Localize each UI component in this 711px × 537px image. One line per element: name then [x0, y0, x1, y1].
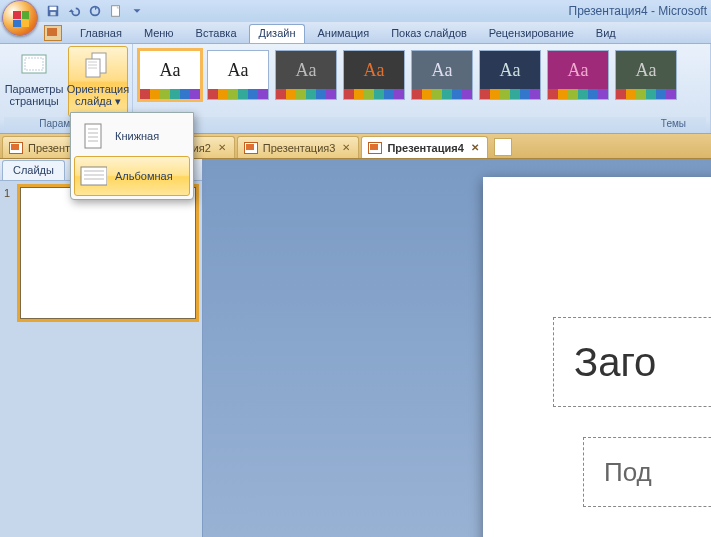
landscape-icon [79, 161, 107, 191]
qat-more-icon[interactable] [128, 2, 146, 20]
theme-thumbnail[interactable]: Aa [343, 50, 405, 100]
window-title: Презентация4 - Microsoft [569, 4, 708, 18]
office-button[interactable] [2, 0, 38, 36]
chevron-down-icon: ▾ [112, 95, 121, 107]
group-themes-label: Темы [137, 117, 706, 133]
undo-icon[interactable] [65, 2, 83, 20]
slides-panel: Слайды 1 [0, 159, 203, 537]
doc-tab[interactable]: Презентация3✕ [237, 136, 360, 158]
theme-thumbnail[interactable]: Aa [207, 50, 269, 100]
svg-rect-12 [85, 124, 101, 148]
doc-tab-active[interactable]: Презентация4✕ [361, 136, 487, 158]
page-setup-button[interactable]: Параметры страницы [4, 46, 64, 117]
ribbon-group-themes: AaAaAaAaAaAaAaAa Темы [133, 44, 711, 133]
title-placeholder[interactable]: Заго [553, 317, 711, 407]
orientation-landscape[interactable]: Альбомная [74, 156, 190, 196]
orientation-portrait[interactable]: Книжная [74, 116, 190, 156]
slide-number: 1 [4, 187, 16, 319]
theme-thumbnail[interactable]: Aa [479, 50, 541, 100]
slides-tab[interactable]: Слайды [2, 160, 65, 180]
tab-review[interactable]: Рецензирование [479, 24, 584, 42]
tab-slideshow[interactable]: Показ слайдов [381, 24, 477, 42]
orientation-dropdown: Книжная Альбомная [70, 112, 194, 200]
orientation-icon [82, 49, 114, 81]
tab-design[interactable]: Дизайн [249, 24, 306, 43]
tab-insert[interactable]: Вставка [186, 24, 247, 42]
theme-thumbnail[interactable]: Aa [411, 50, 473, 100]
new-icon[interactable] [107, 2, 125, 20]
svg-rect-17 [81, 167, 107, 185]
workspace: Слайды 1 Заго Под [0, 159, 711, 537]
powerpoint-icon [368, 142, 382, 154]
portrait-icon [79, 121, 107, 151]
tab-menu[interactable]: Меню [134, 24, 184, 42]
close-icon[interactable]: ✕ [340, 142, 352, 153]
close-icon[interactable]: ✕ [216, 142, 228, 153]
theme-thumbnail[interactable]: Aa [275, 50, 337, 100]
tab-animation[interactable]: Анимация [307, 24, 379, 42]
redo-icon[interactable] [86, 2, 104, 20]
theme-thumbnail[interactable]: Aa [547, 50, 609, 100]
theme-thumbnail[interactable]: Aa [139, 50, 201, 100]
close-icon[interactable]: ✕ [469, 142, 481, 153]
slide-canvas[interactable]: Заго Под [483, 177, 711, 537]
new-doc-button[interactable] [494, 138, 512, 156]
powerpoint-icon [44, 25, 62, 41]
orientation-button[interactable]: Ориентация слайда ▾ [68, 46, 128, 117]
title-bar: Презентация4 - Microsoft [0, 0, 711, 22]
subtitle-placeholder[interactable]: Под [583, 437, 711, 507]
tab-home[interactable]: Главная [70, 24, 132, 42]
orientation-label: Ориентация слайда ▾ [67, 83, 129, 107]
thumbnails: 1 [0, 181, 202, 537]
svg-rect-2 [50, 12, 55, 16]
slide-editor[interactable]: Заго Под [203, 159, 711, 537]
save-icon[interactable] [44, 2, 62, 20]
slide-thumbnail[interactable] [20, 187, 196, 319]
theme-thumbnail[interactable]: Aa [615, 50, 677, 100]
landscape-label: Альбомная [115, 170, 173, 182]
page-setup-icon [18, 49, 50, 81]
quick-access-toolbar [44, 2, 146, 20]
tab-view[interactable]: Вид [586, 24, 626, 42]
powerpoint-icon [9, 142, 23, 154]
portrait-label: Книжная [115, 130, 159, 142]
svg-rect-1 [50, 7, 57, 11]
powerpoint-icon [244, 142, 258, 154]
tab-strip: Главная Меню Вставка Дизайн Анимация Пок… [0, 22, 711, 44]
page-setup-label: Параметры страницы [5, 83, 64, 107]
